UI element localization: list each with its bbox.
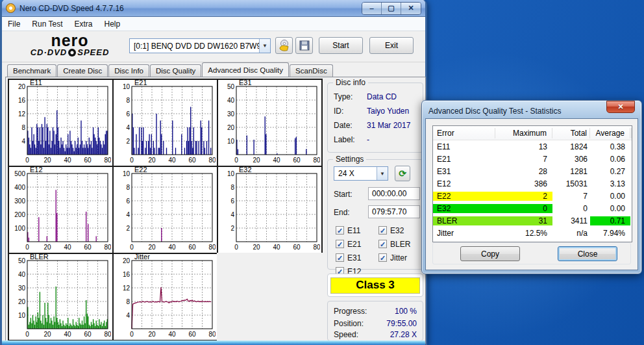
menubar: File Run Test Extra Help xyxy=(2,17,425,31)
svg-text:8: 8 xyxy=(126,298,130,305)
table-row[interactable]: E32000.00 xyxy=(433,202,632,214)
svg-text:60: 60 xyxy=(188,244,196,251)
start-time-label: Start: xyxy=(334,190,353,199)
svg-text:0: 0 xyxy=(130,244,134,251)
table-cell: 0 xyxy=(552,204,590,213)
svg-text:20: 20 xyxy=(148,157,156,164)
logo-disc-icon xyxy=(68,49,76,57)
table-header-cell[interactable]: Error xyxy=(433,128,495,138)
table-cell: 13 xyxy=(495,142,552,151)
maximize-button[interactable]: ▢ xyxy=(382,3,401,14)
save-button[interactable] xyxy=(295,37,313,54)
disc-hand-icon xyxy=(278,39,291,52)
minimize-button[interactable]: ‒ xyxy=(362,3,382,14)
menu-run-test[interactable]: Run Test xyxy=(26,18,68,30)
tab-create-disc[interactable]: Create Disc xyxy=(57,64,108,77)
table-cell: 7.94% xyxy=(590,229,630,238)
svg-text:60: 60 xyxy=(84,157,92,164)
tab-disc-info[interactable]: Disc Info xyxy=(108,64,149,77)
svg-text:40: 40 xyxy=(18,271,26,278)
svg-text:E12: E12 xyxy=(30,167,43,173)
chevron-down-icon[interactable]: ▼ xyxy=(377,167,388,180)
tab-scandisc[interactable]: ScanDisc xyxy=(290,64,333,77)
speed-select-value: 24 X xyxy=(334,169,377,178)
checkbox-box[interactable]: ✓ xyxy=(378,253,387,262)
tab-content-panel: 48121620020406080E11 246810020406080E21 … xyxy=(5,77,426,344)
exit-button[interactable]: Exit xyxy=(369,37,414,54)
svg-text:E21: E21 xyxy=(134,80,147,86)
close-dialog-button[interactable]: Close xyxy=(558,246,617,261)
table-row[interactable]: E12386150313.13 xyxy=(433,177,632,190)
checkbox-label: BLER xyxy=(390,240,410,249)
main-titlebar[interactable]: Nero CD-DVD Speed 4.7.7.16 ‒ ▢ ✕ xyxy=(2,0,425,17)
table-header-cell[interactable]: Average xyxy=(590,128,630,138)
disc-hand-button[interactable] xyxy=(275,37,293,54)
checkbox-box[interactable]: ✓ xyxy=(336,240,344,248)
chart-e22: 246810020406080E22 xyxy=(112,166,218,254)
svg-text:40: 40 xyxy=(227,97,235,104)
chart-e31: 1020304050020406080E31 xyxy=(217,79,323,167)
chevron-down-icon[interactable]: ▼ xyxy=(259,39,270,53)
checkbox-e21[interactable]: ✓E21 xyxy=(336,237,361,251)
svg-text:20: 20 xyxy=(43,244,51,251)
svg-text:20: 20 xyxy=(227,124,235,131)
table-row[interactable]: E2173060.06 xyxy=(433,153,632,165)
svg-text:60: 60 xyxy=(188,331,196,338)
svg-text:40: 40 xyxy=(273,244,280,251)
svg-text:10: 10 xyxy=(18,312,26,319)
menu-help[interactable]: Help xyxy=(99,18,127,30)
svg-text:16: 16 xyxy=(123,271,130,278)
end-time-label: End: xyxy=(334,208,350,217)
tab-disc-quality[interactable]: Disc Quality xyxy=(150,64,201,77)
empty-cell xyxy=(217,253,323,341)
refresh-button[interactable]: ⟳ xyxy=(395,166,410,181)
checkbox-box[interactable]: ✓ xyxy=(378,226,387,235)
menu-file[interactable]: File xyxy=(2,18,26,30)
checkbox-bler[interactable]: ✓BLER xyxy=(378,237,410,251)
start-button[interactable]: Start xyxy=(319,37,363,54)
chart-e11: 48121620020406080E11 xyxy=(8,79,114,167)
disc-date-label: Date: xyxy=(334,121,353,130)
dialog-client: ErrorMaximumTotalAverage E111318240.38E2… xyxy=(425,118,638,270)
logo-speed: SPEED xyxy=(77,48,109,57)
nero-logo: nero CD·DVD SPEED xyxy=(16,32,123,57)
table-row[interactable]: E312812810.27 xyxy=(433,165,632,177)
nero-logo-text: nero xyxy=(16,32,123,48)
svg-text:20: 20 xyxy=(123,257,130,264)
table-header-cell[interactable]: Total xyxy=(552,128,590,138)
copy-button[interactable]: Copy xyxy=(460,246,520,261)
refresh-icon: ⟳ xyxy=(399,168,406,179)
table-row[interactable]: BLER3134110.71 xyxy=(433,214,632,227)
dialog-close-button[interactable]: ✕ xyxy=(606,101,635,113)
tab-advanced-disc-quality[interactable]: Advanced Disc Quality xyxy=(202,62,289,77)
table-row[interactable]: Jitter12.5%n/a7.94% xyxy=(433,227,632,239)
svg-text:40: 40 xyxy=(64,331,71,338)
tab-benchmark[interactable]: Benchmark xyxy=(7,64,56,77)
checkbox-e32[interactable]: ✓E32 xyxy=(378,224,410,237)
table-cell: 31 xyxy=(495,216,552,225)
start-time-field[interactable]: 000:00.00 xyxy=(368,187,420,200)
checkbox-jitter[interactable]: ✓Jitter xyxy=(378,251,410,264)
checkbox-box[interactable]: ✓ xyxy=(336,253,344,262)
disc-date-value: 31 Mar 2017 xyxy=(367,121,410,130)
checkbox-box[interactable]: ✓ xyxy=(336,226,344,235)
table-row[interactable]: E111318240.38 xyxy=(433,140,632,153)
close-button[interactable]: ✕ xyxy=(401,3,421,14)
table-cell: 306 xyxy=(552,155,590,164)
checkbox-label: E32 xyxy=(390,226,404,235)
table-header-cell[interactable]: Maximum xyxy=(495,128,552,138)
drive-select[interactable]: [0:1] BENQ DVD DD DW1620 B7W9 ▼ xyxy=(129,38,271,53)
stats-table-body: E111318240.38E2173060.06E312812810.27E12… xyxy=(433,140,632,239)
menu-extra[interactable]: Extra xyxy=(68,18,98,30)
checkbox-e31[interactable]: ✓E31 xyxy=(336,251,361,264)
table-row[interactable]: E22270.00 xyxy=(433,190,632,202)
end-time-field[interactable]: 079:57.70 xyxy=(368,205,420,218)
speed-select[interactable]: 24 X ▼ xyxy=(334,166,388,181)
svg-text:8: 8 xyxy=(230,184,234,191)
checkbox-label: Jitter xyxy=(390,253,407,262)
checkbox-box[interactable]: ✓ xyxy=(378,240,387,248)
checkbox-e11[interactable]: ✓E11 xyxy=(336,224,361,237)
position-value: 79:55.00 xyxy=(386,319,417,328)
svg-text:500: 500 xyxy=(14,170,25,177)
table-cell: 0.06 xyxy=(590,155,630,164)
